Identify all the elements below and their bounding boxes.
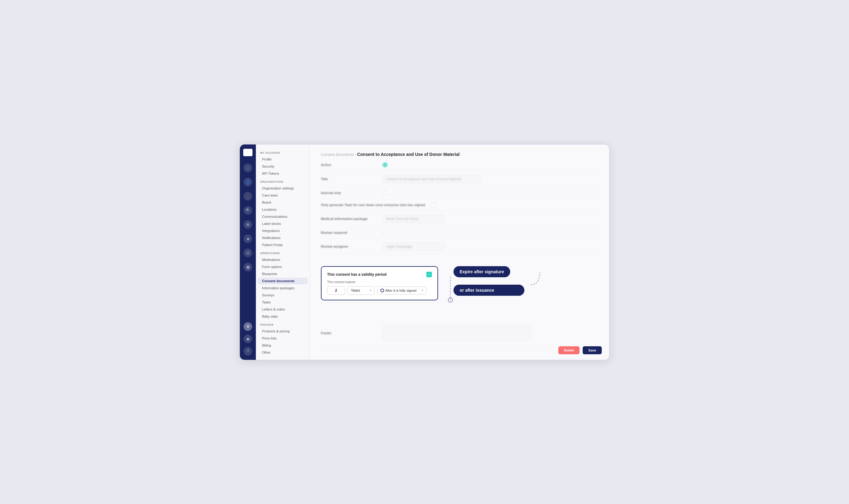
validity-card: This consent has a validity period ✓ Thi… [321, 266, 438, 300]
breadcrumb-current: Consent to Acceptance and Use of Donor M… [357, 152, 459, 157]
review-required-label: Review required [321, 231, 377, 234]
nav-icon-settings[interactable]: ⚙ [244, 322, 252, 331]
after-radio-icon [380, 289, 384, 292]
only-generate-label: Only generate Task for care team once ev… [321, 203, 425, 207]
nav-brand[interactable]: Brand [258, 199, 308, 206]
section-my-account: My account [256, 148, 310, 156]
nav-baby-stats[interactable]: Baby stats [258, 313, 308, 320]
validity-title: This consent has a validity period [327, 272, 386, 277]
nav-other[interactable]: Other [258, 349, 308, 356]
nav-security[interactable]: Security [258, 163, 308, 170]
nav-icon-chart[interactable]: ▦ [244, 263, 252, 271]
nav-price-lists[interactable]: Price lists [258, 335, 308, 342]
footer-row: Footer [321, 322, 598, 345]
active-toggle[interactable] [383, 162, 387, 167]
only-generate-checkbox[interactable] [431, 203, 436, 207]
main-content: Consent documents › Consent to Acceptanc… [310, 144, 609, 360]
nav-icon-layers[interactable]: ⊞ [244, 220, 252, 229]
nav-tasks[interactable]: Tasks [258, 299, 308, 306]
delete-button[interactable]: Delete [558, 346, 579, 354]
footer-label: Footer [321, 331, 377, 335]
validity-inputs: 2 Years ▾ After it is fully signed ▾ [327, 286, 432, 295]
nav-icon-clipboard[interactable]: ⊡ [244, 249, 252, 257]
footer-input[interactable] [383, 325, 531, 341]
validity-number-input[interactable]: 2 [327, 286, 345, 295]
section-operations: Operations [256, 249, 310, 256]
only-generate-row: Only generate Task for care team once ev… [321, 199, 598, 211]
medical-info-row: Medical information package Never This I… [321, 211, 598, 227]
nav-api-tokens[interactable]: API Tokens [258, 170, 308, 177]
nav-letters-notes[interactable]: Letters & notes [258, 306, 308, 313]
nav-sidebar: My account Profile Security API Tokens O… [256, 144, 310, 360]
nav-icon-search[interactable]: 🔍 [244, 206, 252, 215]
title-label: Title [321, 177, 377, 181]
internal-only-checkbox[interactable] [383, 191, 387, 195]
nav-patient-portal[interactable]: Patient Portal [258, 241, 308, 248]
nav-notifications[interactable]: Notifications [258, 234, 308, 241]
dashed-lines-svg [444, 260, 543, 316]
nav-form-options[interactable]: Form options [258, 264, 308, 270]
nav-medications[interactable]: Medications [258, 256, 308, 263]
medical-info-select[interactable]: Never This Info Panel [383, 215, 444, 223]
review-assignee-row: Review assignee Legal Homepage [321, 239, 598, 254]
years-label: Years [351, 288, 360, 293]
nav-products-pricing[interactable]: Products & pricing [258, 328, 308, 335]
validity-years-select[interactable]: Years ▾ [347, 286, 375, 295]
title-input[interactable]: Consent to Acceptance and Use of Donor M… [383, 175, 481, 183]
validity-after-select[interactable]: After it is fully signed ▾ [377, 287, 426, 294]
active-field-row: Active [321, 159, 598, 171]
nav-icon-tag[interactable]: ◈ [244, 234, 252, 243]
review-required-checkbox[interactable] [383, 231, 387, 235]
review-assignee-select[interactable]: Legal Homepage [383, 242, 444, 250]
title-field-row: Title Consent to Acceptance and Use of D… [321, 171, 598, 187]
after-signed-label: After it is fully signed [385, 289, 420, 292]
internal-only-label: Internal only [321, 191, 377, 195]
nav-information-packages[interactable]: Information packages [258, 285, 308, 291]
app-logo [243, 149, 253, 156]
breadcrumb: Consent documents › Consent to Acceptanc… [321, 152, 598, 157]
nav-blueprints[interactable]: Blueprints [258, 270, 308, 277]
nav-icon-phone[interactable]: 📞 [244, 192, 252, 201]
nav-icon-person[interactable]: ◉ [244, 335, 252, 343]
bubble-after-issuance: or after issuance [453, 285, 524, 296]
review-assignee-label: Review assignee [321, 245, 377, 248]
nav-icon-users[interactable]: 👤 [244, 178, 252, 186]
validity-card-header: This consent has a validity period ✓ [327, 272, 432, 277]
breadcrumb-parent[interactable]: Consent documents [321, 152, 354, 157]
nav-consent-documents[interactable]: Consent documents [258, 277, 308, 284]
after-chevron-icon: ▾ [422, 289, 423, 292]
nav-surveys[interactable]: Surveys [258, 292, 308, 299]
nav-locations[interactable]: Locations [258, 206, 308, 213]
years-chevron-icon: ▾ [370, 289, 371, 292]
nav-profile[interactable]: Profile [258, 156, 308, 163]
nav-integrations[interactable]: Integrations [258, 227, 308, 234]
icon-strip: ⌂ 👤 📞 🔍 ⊞ ◈ ⊡ ▦ ⚙ ◉ ? [240, 144, 256, 360]
section-organization: Organization [256, 177, 310, 184]
bubble-expire-signature: Expire after signature [453, 266, 510, 277]
nav-icon-help[interactable]: ? [244, 347, 252, 356]
nav-billing[interactable]: Billing [258, 342, 308, 349]
svg-point-1 [448, 298, 453, 302]
nav-label-stocks[interactable]: Label stocks [258, 220, 308, 227]
validity-checkbox[interactable]: ✓ [426, 272, 432, 277]
save-button[interactable]: Save [583, 346, 602, 354]
bottom-bar: Delete Save [558, 346, 602, 354]
validity-sublabel: This consent expires [327, 280, 432, 284]
section-finance: Finance [256, 320, 310, 327]
nav-org-settings[interactable]: Organization settings [258, 185, 308, 192]
nav-communications[interactable]: Communications [258, 213, 308, 220]
nav-care-team[interactable]: Care team [258, 192, 308, 199]
medical-info-label: Medical information package [321, 217, 377, 220]
active-label: Active [321, 163, 377, 167]
internal-only-row: Internal only [321, 187, 598, 199]
review-required-row: Review required [321, 227, 598, 239]
nav-icon-home[interactable]: ⌂ [244, 164, 252, 172]
